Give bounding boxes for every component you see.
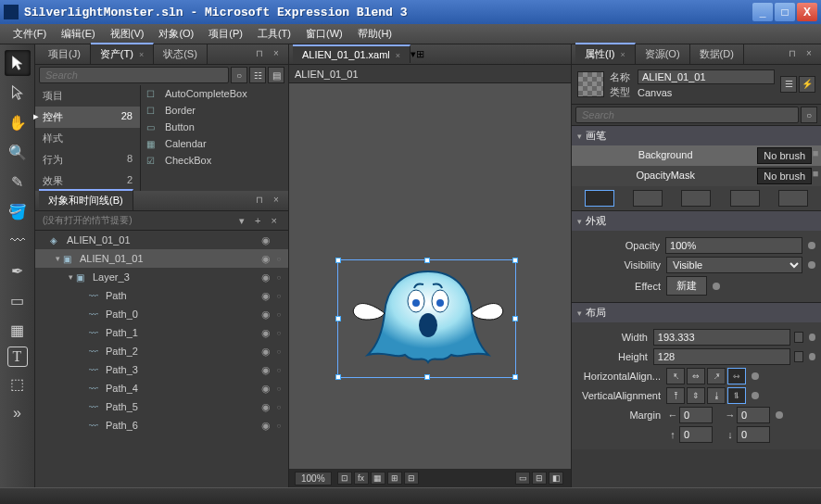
xaml-view-icon[interactable]: ◧ <box>549 472 563 485</box>
tree-row[interactable]: 〰Path_5◉○ <box>35 397 288 416</box>
panel-close-icon[interactable]: × <box>802 48 815 61</box>
property-marker-icon[interactable] <box>808 242 815 249</box>
cat-controls[interactable]: 控件28 <box>35 107 140 128</box>
brush-none-icon[interactable] <box>585 190 614 207</box>
split-view-icon[interactable]: ⊟ <box>532 472 547 485</box>
lock-dot-icon[interactable]: ○ <box>273 310 284 319</box>
close-button[interactable]: X <box>797 3 817 21</box>
lock-dot-icon[interactable]: ○ <box>273 403 284 411</box>
assets-search-input[interactable] <box>39 67 229 83</box>
cat-styles[interactable]: 样式 <box>35 128 140 149</box>
tab-states[interactable]: 状态(S) <box>154 44 208 64</box>
snap-toggle-icon[interactable]: ⊞ <box>387 472 402 485</box>
halign-center-button[interactable]: ⇔ <box>687 368 705 384</box>
property-marker-icon[interactable] <box>713 283 720 290</box>
menu-window[interactable]: 窗口(W) <box>298 27 350 41</box>
margin-right-input[interactable] <box>737 407 770 423</box>
events-view-icon[interactable]: ⚡ <box>799 76 815 93</box>
panel-pin-icon[interactable]: ⊓ <box>253 48 266 61</box>
height-input[interactable] <box>653 348 790 365</box>
design-view-icon[interactable]: ▭ <box>515 472 530 485</box>
zoom-fit-icon[interactable]: ⊡ <box>337 472 352 485</box>
lock-dot-icon[interactable]: ○ <box>273 347 284 356</box>
section-layout[interactable]: 布局 <box>572 303 821 322</box>
visibility-eye-icon[interactable]: ◉ <box>259 271 273 284</box>
menu-edit[interactable]: 编辑(E) <box>54 27 103 41</box>
lock-dot-icon[interactable]: ○ <box>273 273 284 282</box>
paint-bucket-tool[interactable]: 🪣 <box>5 198 31 224</box>
section-appearance[interactable]: 外观 <box>572 211 821 231</box>
pen-tool[interactable]: ✒ <box>5 258 31 284</box>
visibility-eye-icon[interactable]: ◉ <box>259 290 273 302</box>
lock-dot-icon[interactable]: ○ <box>273 329 284 337</box>
tree-row[interactable]: 〰Path◉○ <box>35 286 288 305</box>
asset-item[interactable]: ☐AutoCompleteBox <box>141 85 288 102</box>
halign-left-button[interactable]: ⭶ <box>666 368 685 384</box>
view-grid-icon[interactable]: ▤ <box>268 67 284 83</box>
rectangle-tool[interactable]: ▭ <box>5 287 31 313</box>
visibility-eye-icon[interactable]: ◉ <box>259 401 273 413</box>
menu-file[interactable]: 文件(F) <box>6 27 54 41</box>
zoom-tool[interactable]: 🔍 <box>5 139 31 165</box>
pan-tool[interactable]: ✋ <box>5 109 31 135</box>
lock-dot-icon[interactable]: ○ <box>273 255 284 263</box>
visibility-eye-icon[interactable]: ◉ <box>259 364 273 376</box>
brush-resource-icon[interactable] <box>778 190 808 207</box>
property-marker-icon[interactable] <box>809 353 815 360</box>
halign-right-button[interactable]: ⭷ <box>707 368 726 384</box>
property-marker-icon[interactable] <box>808 261 815 269</box>
section-brush[interactable]: 画笔 <box>572 126 821 145</box>
tab-resources[interactable]: 资源(O) <box>636 44 690 64</box>
name-input[interactable] <box>638 69 775 84</box>
margin-left-input[interactable] <box>679 407 713 423</box>
tree-row[interactable]: ▾▣ALIEN_01_01◉○ <box>35 249 288 268</box>
selected-artboard[interactable] <box>337 259 516 378</box>
view-list-icon[interactable]: ☷ <box>249 67 266 83</box>
lock-dot-icon[interactable]: ○ <box>273 422 284 430</box>
tab-properties[interactable]: 属性(I)× <box>575 43 636 64</box>
eyedropper-tool[interactable]: ✎ <box>5 169 31 195</box>
document-tab[interactable]: ALIEN_01_01.xaml× <box>293 44 410 63</box>
tab-project[interactable]: 项目(J) <box>39 44 91 64</box>
grid-toggle-icon[interactable]: ▦ <box>371 472 385 485</box>
tree-row[interactable]: ▾▣Layer_3◉○ <box>35 268 288 286</box>
tree-row[interactable]: 〰Path_3◉○ <box>35 360 288 379</box>
panel-pin-icon[interactable]: ⊓ <box>786 48 799 61</box>
brush-solid-icon[interactable] <box>633 190 663 207</box>
visibility-eye-icon[interactable]: ◉ <box>259 420 273 432</box>
asset-item[interactable]: ▦Calendar <box>141 135 288 152</box>
maximize-button[interactable]: □ <box>775 3 795 21</box>
visibility-eye-icon[interactable]: ◉ <box>259 309 273 321</box>
minimize-button[interactable]: _ <box>752 3 773 21</box>
menu-help[interactable]: 帮助(H) <box>350 27 399 41</box>
panel-close-icon[interactable]: × <box>270 48 283 61</box>
panel-close-icon[interactable]: × <box>270 195 283 208</box>
effects-toggle-icon[interactable]: fx <box>354 472 369 485</box>
menu-view[interactable]: 视图(V) <box>103 27 152 41</box>
search-clear-icon[interactable]: ○ <box>801 107 817 123</box>
tree-toggle-icon[interactable]: ▾ <box>52 254 63 263</box>
doc-split-icon[interactable]: ⊞ <box>416 48 424 60</box>
margin-bottom-input[interactable] <box>737 426 770 443</box>
asset-tool[interactable]: ⬚ <box>5 371 31 397</box>
tab-assets[interactable]: 资产(T)× <box>91 43 154 64</box>
properties-search-input[interactable] <box>575 107 799 123</box>
valign-top-button[interactable]: ⭱ <box>666 387 685 404</box>
opacity-input[interactable] <box>665 237 802 254</box>
visibility-eye-icon[interactable]: ◉ <box>259 234 273 246</box>
brush-gradient-icon[interactable] <box>681 190 711 207</box>
tree-row[interactable]: 〰Path_4◉○ <box>35 379 288 397</box>
cat-behaviors[interactable]: 行为8 <box>35 149 140 170</box>
brush-background-row[interactable]: Background No brush ■ <box>572 145 821 166</box>
panel-pin-icon[interactable]: ⊓ <box>253 195 266 208</box>
auto-toggle-icon[interactable] <box>794 332 803 343</box>
menu-tools[interactable]: 工具(T) <box>250 27 298 41</box>
effect-new-button[interactable]: 新建 <box>666 276 707 296</box>
visibility-eye-icon[interactable]: ◉ <box>259 327 273 339</box>
property-marker-icon[interactable] <box>752 372 759 380</box>
tree-row[interactable]: 〰Path_1◉○ <box>35 323 288 342</box>
lock-dot-icon[interactable]: ○ <box>273 366 284 374</box>
zoom-value[interactable]: 100% <box>295 472 332 485</box>
visibility-eye-icon[interactable]: ◉ <box>259 346 273 358</box>
asset-item[interactable]: ☑CheckBox <box>141 152 288 169</box>
